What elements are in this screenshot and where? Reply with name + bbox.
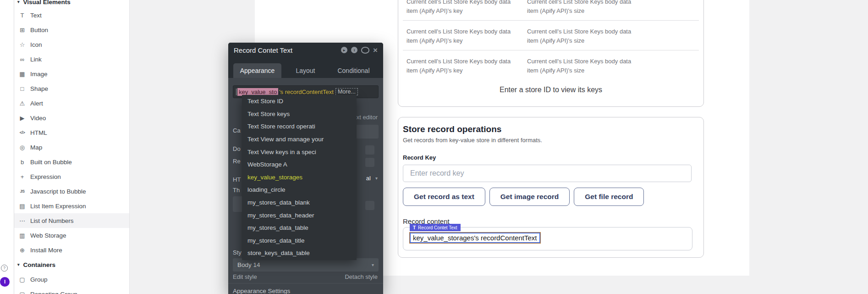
palette-item[interactable]: ▶ Video <box>14 111 129 125</box>
expression-more-button[interactable]: More... <box>335 88 358 95</box>
tab-label: Appearance <box>240 67 275 74</box>
palette-item[interactable]: b Built on Bubble <box>14 155 129 169</box>
comment-icon[interactable] <box>361 47 369 54</box>
rich-text-editor-link-fragment[interactable]: xt editor <box>357 114 378 121</box>
intercom-icon[interactable]: I <box>0 277 10 287</box>
palette-item[interactable]: JS Javascript to Bubble <box>14 184 129 199</box>
palette-item-label: HTML <box>30 129 47 136</box>
palette-item-icon: ⊞ <box>18 27 26 33</box>
palette-item[interactable]: ⋯ List of Numbers <box>14 213 129 228</box>
dropdown-item[interactable]: my_stores_data_blank <box>242 196 357 209</box>
style-select-value: Body 14 <box>237 261 260 268</box>
dropdown-item[interactable]: loading_circle <box>242 183 357 196</box>
palette-item-label: Javascript to Bubble <box>30 188 86 195</box>
style-select[interactable]: Body 14 ▾ <box>233 258 379 272</box>
containers-header[interactable]: ▾ Containers <box>17 258 55 271</box>
palette-item[interactable]: + Expression <box>14 169 129 184</box>
dropdown-item-label: Text View and manage your <box>247 136 324 143</box>
palette-item-label: Built on Bubble <box>30 159 72 166</box>
dropdown-item-label: Text Store ID <box>247 98 283 105</box>
palette-item[interactable]: T Text <box>14 8 129 22</box>
palette-item[interactable]: ⊕ Install More <box>14 243 129 257</box>
palette-item-icon: ☆ <box>18 41 26 48</box>
tab-label: Conditional <box>337 67 369 74</box>
palette-item-icon: JS <box>18 189 26 194</box>
dropdown-item[interactable]: my_stores_data_table <box>242 222 357 234</box>
palette-item[interactable]: ◎ Map <box>14 140 129 155</box>
palette-item[interactable]: ⚠ Alert <box>14 96 129 111</box>
checkbox[interactable] <box>365 145 374 155</box>
checkbox[interactable] <box>365 201 374 210</box>
palette-item-icon: ⚠ <box>18 100 26 107</box>
dropdown-item[interactable]: my_stores_data_title <box>242 234 357 247</box>
palette-item[interactable]: ∞ Link <box>14 52 129 67</box>
dropdown-item[interactable]: Text Store ID <box>242 95 357 108</box>
record-key-input[interactable] <box>403 165 692 182</box>
palette-item[interactable]: ▤ List Item Expression <box>14 199 129 213</box>
info-icon[interactable]: i <box>351 47 357 53</box>
palette-item-icon: </> <box>18 130 26 135</box>
store-id-empty-message: Enter a store ID to view its keys <box>398 86 703 94</box>
dropdown-item[interactable]: store_keys_data_table <box>242 247 357 260</box>
select-value-fragment: al <box>366 175 371 182</box>
containers-list: ▢ Group ▢ Repeating Group <box>14 272 129 294</box>
bubble-editor: Current cell's List Store Keys body data… <box>0 0 868 294</box>
dropdown-item[interactable]: key_value_storages <box>242 171 357 184</box>
property-editor-tab[interactable]: Appearance <box>233 63 281 78</box>
property-editor-titlebar[interactable]: Record Contet Text ▸ i × <box>228 43 383 57</box>
palette-item-label: Web Storage <box>30 232 66 239</box>
key-cell[interactable]: Current cell's List Store Keys body data… <box>407 57 527 75</box>
size-cell[interactable]: Current cell's List Store Keys body data… <box>527 27 648 45</box>
table-row[interactable]: Current cell's List Store Keys body data… <box>403 21 699 50</box>
palette-item-label: Button <box>30 27 48 33</box>
checkbox[interactable] <box>365 158 374 167</box>
table-row[interactable]: Current cell's List Store Keys body data… <box>403 0 699 21</box>
dropdown-item-label: my_stores_data_header <box>247 212 314 219</box>
obscured-select[interactable]: al ▾ <box>366 175 378 182</box>
palette-item[interactable]: </> HTML <box>14 125 129 140</box>
palette-item-label: List of Numbers <box>30 217 74 224</box>
dropdown-item[interactable]: my_stores_data_header <box>242 209 357 222</box>
dropdown-item[interactable]: Text View and manage your <box>242 133 357 146</box>
record-action-button[interactable]: Get image record <box>489 188 570 206</box>
expression-suffix: 's recordContentText <box>279 89 334 95</box>
chevron-down-icon: ▾ <box>17 262 20 267</box>
palette-item[interactable]: ⊞ Button <box>14 22 129 37</box>
palette-item[interactable]: ▥ Web Storage <box>14 228 129 243</box>
palette-item[interactable]: ▦ Image <box>14 67 129 81</box>
palette-item-label: Alert <box>30 100 43 107</box>
visual-elements-header[interactable]: ▾ Visual Elements <box>17 0 71 8</box>
record-action-button[interactable]: Get file record <box>574 188 644 206</box>
preview-icon[interactable]: ▸ <box>341 47 347 53</box>
palette-item[interactable]: ▢ Group <box>14 272 129 287</box>
palette-item-icon: ▤ <box>18 203 26 210</box>
property-editor-tab[interactable]: Layout <box>281 63 330 78</box>
titlebar-icons: ▸ i × <box>341 46 378 54</box>
dynamic-data-dropdown: Text Store ID Text Store keys Text Store… <box>242 95 357 260</box>
edit-style-link[interactable]: Edit style <box>233 273 257 280</box>
key-cell[interactable]: Current cell's List Store Keys body data… <box>407 27 527 45</box>
palette-item[interactable]: ▢ Repeating Group <box>14 287 129 294</box>
palette-item[interactable]: ☆ Icon <box>14 37 129 52</box>
key-cell[interactable]: Current cell's List Store Keys body data… <box>407 0 527 16</box>
dropdown-item[interactable]: Text Store keys <box>242 108 357 121</box>
dropdown-item[interactable]: Text Store record operati <box>242 120 357 133</box>
record-action-button[interactable]: Get record as text <box>403 188 485 206</box>
size-cell[interactable]: Current cell's List Store Keys body data… <box>527 57 648 75</box>
palette-item-icon: b <box>18 159 26 166</box>
dropdown-item[interactable]: WebStorage A <box>242 158 357 171</box>
dropdown-item-label: my_stores_data_table <box>247 224 308 231</box>
palette-item-icon: ▶ <box>18 115 26 122</box>
close-icon[interactable]: × <box>373 46 378 54</box>
expression-token[interactable]: key_value_sto <box>237 88 278 96</box>
obscured-label-fragment: Ca <box>233 127 241 134</box>
palette-item[interactable]: □ Shape <box>14 81 129 96</box>
palette-item-label: Video <box>30 115 46 122</box>
selected-text-element[interactable]: key_value_storages's recordContentText <box>410 233 540 243</box>
table-row[interactable]: Current cell's List Store Keys body data… <box>403 50 699 80</box>
help-icon[interactable]: ? <box>1 265 8 272</box>
size-cell[interactable]: Current cell's List Store Keys body data… <box>527 0 648 16</box>
dropdown-item[interactable]: Text View keys in a speci <box>242 145 357 158</box>
property-editor-tab[interactable]: Conditional <box>330 63 378 78</box>
detach-style-link[interactable]: Detach style <box>345 273 378 280</box>
